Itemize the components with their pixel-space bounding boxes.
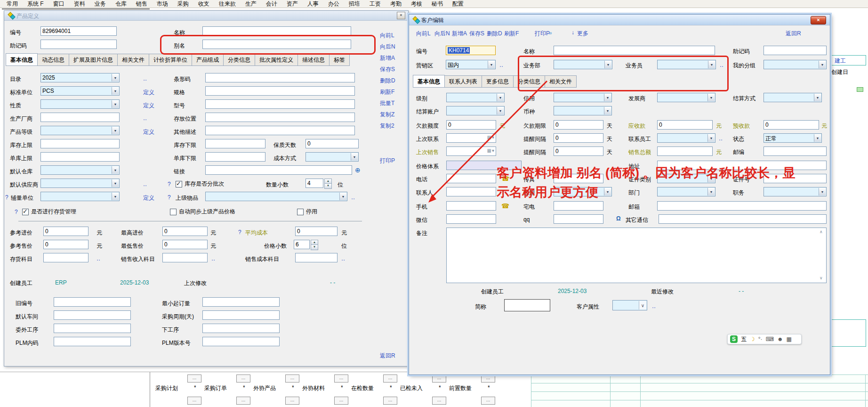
- department-select[interactable]: [657, 187, 715, 196]
- shelf-days-input[interactable]: 0: [305, 139, 359, 148]
- receivable-input[interactable]: 0: [657, 120, 713, 130]
- menu-item[interactable]: 系统 F: [23, 0, 48, 8]
- toolbar-copy2-button[interactable]: 复制2: [380, 122, 394, 130]
- tab-description[interactable]: 描述信息: [298, 54, 330, 66]
- menu-item[interactable]: 往来款: [214, 0, 241, 8]
- wechat-input[interactable]: [446, 214, 496, 224]
- menu-item[interactable]: 人事: [303, 0, 323, 8]
- location-input[interactable]: [205, 113, 355, 122]
- purchase-cycle-input[interactable]: [202, 310, 280, 320]
- std-unit-select[interactable]: PCS: [40, 86, 120, 96]
- menu-item[interactable]: 收支: [193, 0, 214, 8]
- last-sale-datepicker[interactable]: ▦▾: [446, 147, 496, 156]
- customer-window-titlebar[interactable]: 客户编辑 ×: [409, 15, 830, 25]
- lookup-button[interactable]: …: [481, 374, 495, 383]
- price-decimals-stepper[interactable]: 6: [294, 240, 310, 249]
- menu-item[interactable]: 办公: [323, 0, 344, 8]
- price-system-input[interactable]: [446, 161, 522, 170]
- stock-upper-input[interactable]: [40, 139, 120, 148]
- ime-punct-icon[interactable]: °·: [758, 336, 763, 342]
- whse-upper-input[interactable]: [40, 152, 120, 162]
- remind-interval-input[interactable]: 0: [554, 133, 603, 143]
- ime-logo-icon[interactable]: S: [730, 335, 738, 343]
- lookup-button[interactable]: …: [383, 374, 397, 383]
- catalog-lookup[interactable]: ‥: [143, 75, 147, 82]
- close-icon[interactable]: ×: [811, 16, 826, 24]
- chevrons-icon[interactable]: »: [549, 30, 552, 36]
- customer-name-input[interactable]: [554, 46, 715, 55]
- lookup-button[interactable]: …: [432, 374, 446, 383]
- ime-toolbar[interactable]: S 五 ☽ °· ⌨ ☻ ▦: [727, 334, 802, 344]
- tab-extended-images[interactable]: 扩展及图片信息: [69, 54, 118, 66]
- contact-person-input[interactable]: [446, 187, 496, 196]
- position-select[interactable]: [764, 187, 827, 196]
- headphones-icon[interactable]: Ω: [616, 215, 621, 222]
- lookup-button[interactable]: …: [334, 397, 348, 405]
- lookup-button[interactable]: …: [432, 397, 446, 405]
- lookup-button[interactable]: …: [187, 374, 201, 383]
- toolbar-save-button[interactable]: 保存S: [469, 30, 484, 38]
- help-question-icon[interactable]: ?: [15, 209, 18, 215]
- advance-input[interactable]: 0: [764, 120, 819, 130]
- menu-item[interactable]: 考核: [406, 0, 427, 8]
- calendar-icon[interactable]: ▦▾: [487, 135, 495, 140]
- tab-batch-attributes[interactable]: 批次属性定义: [255, 54, 298, 66]
- ime-keyboard-icon[interactable]: ⌨: [766, 336, 774, 342]
- menu-item[interactable]: 采购: [173, 0, 193, 8]
- grade-select[interactable]: [40, 126, 120, 135]
- other-comm-input[interactable]: [659, 214, 827, 224]
- last-contact-datepicker[interactable]: ▦▾: [446, 133, 496, 143]
- lookup-button[interactable]: …: [187, 397, 201, 405]
- toolbar-batch-button[interactable]: 批量T: [380, 99, 394, 107]
- tab-related-files[interactable]: 相关文件: [118, 54, 149, 66]
- model-input[interactable]: [205, 99, 355, 109]
- disable-checkbox[interactable]: 停用: [297, 208, 317, 216]
- address-input[interactable]: [657, 161, 827, 170]
- tab-classification[interactable]: 分类信息: [514, 75, 545, 88]
- default-workshop-input[interactable]: [54, 310, 131, 320]
- stock-lower-input[interactable]: [205, 139, 265, 148]
- toolbar-add-button[interactable]: 新增A: [380, 54, 395, 62]
- qty-decimals-stepper[interactable]: 4: [305, 179, 323, 188]
- settle-method-select[interactable]: [764, 93, 822, 102]
- toolbar-prev-button[interactable]: 向前L: [416, 30, 431, 38]
- define-link[interactable]: 定义: [143, 89, 154, 97]
- revenue-account-input[interactable]: [162, 253, 208, 262]
- contact-staff-select[interactable]: [657, 133, 715, 143]
- ref-buy-input[interactable]: 0: [43, 227, 88, 236]
- salesman-lookup[interactable]: ‥: [720, 62, 723, 68]
- toolbar-back-button[interactable]: 返回R: [786, 30, 801, 38]
- developer-select[interactable]: [657, 93, 715, 102]
- product-no-input[interactable]: 829694001: [40, 26, 117, 36]
- plm-version-input[interactable]: [202, 337, 280, 346]
- batch-flag-checkbox[interactable]: 库存是否分批次: [176, 180, 224, 188]
- min-sell-input[interactable]: 0: [162, 240, 208, 249]
- settle-account-select[interactable]: [446, 106, 505, 115]
- menu-item[interactable]: 常用: [2, 0, 23, 8]
- debt-limit-input[interactable]: 0: [446, 120, 496, 130]
- next-process-input[interactable]: [202, 324, 280, 333]
- tab-product-composition[interactable]: 产品组成: [192, 54, 224, 66]
- tab-more-info[interactable]: 更多信息: [482, 75, 514, 88]
- menu-item[interactable]: 秘书: [427, 0, 448, 8]
- ime-wubi-mode[interactable]: 五: [741, 335, 747, 343]
- tab-pricing-units[interactable]: 计价折算单位: [149, 54, 192, 66]
- cost-account-input[interactable]: [295, 253, 338, 262]
- supplier-lookup[interactable]: ‥: [143, 181, 147, 187]
- catalog-select[interactable]: 2025: [40, 73, 120, 82]
- toolbar-save-button[interactable]: 保存S: [380, 65, 395, 73]
- status-select[interactable]: 正常: [764, 133, 822, 143]
- barcode-input[interactable]: [205, 73, 355, 82]
- menu-item[interactable]: 销售: [131, 0, 152, 8]
- default-supplier-select[interactable]: [40, 179, 120, 188]
- business-dept-select[interactable]: [554, 60, 612, 69]
- menu-item[interactable]: 配置: [448, 0, 468, 8]
- salesman-select[interactable]: [657, 60, 716, 69]
- email-input[interactable]: [657, 201, 827, 211]
- toolbar-back-button[interactable]: 返回R: [380, 352, 395, 360]
- calendar-icon[interactable]: ▦▾: [487, 148, 495, 153]
- avg-cost-input[interactable]: 0: [295, 227, 338, 236]
- cost-method-select[interactable]: [305, 152, 359, 162]
- parent-item-select[interactable]: [205, 192, 347, 201]
- contact-staff-lookup[interactable]: ‥: [719, 135, 723, 142]
